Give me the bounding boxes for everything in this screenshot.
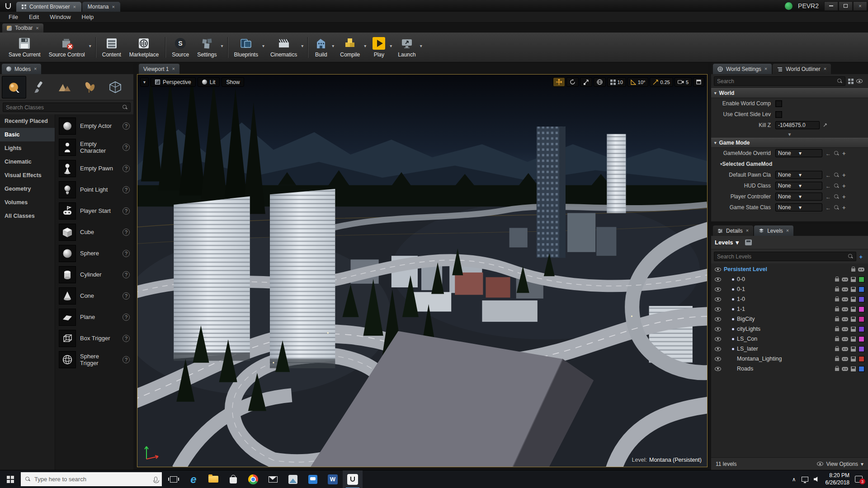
close-tab-icon[interactable]	[764, 66, 767, 71]
category-all-classes[interactable]: All Classes	[0, 209, 55, 223]
browse-icon[interactable]	[834, 205, 839, 210]
add-icon[interactable]	[842, 193, 846, 200]
list-item[interactable]: Cylinder	[55, 264, 133, 285]
geometry-mode-button[interactable]	[103, 76, 127, 99]
tab-viewport-1[interactable]: Viewport 1	[139, 64, 179, 74]
place-mode-button[interactable]	[2, 76, 26, 99]
menu-help[interactable]: Help	[77, 12, 99, 22]
tray-chevron-icon[interactable]: ∧	[792, 476, 796, 483]
file-explorer-button[interactable]	[203, 470, 223, 488]
view-options-button[interactable]: View Options	[817, 461, 863, 467]
lock-icon[interactable]	[835, 318, 839, 321]
scale-tool-button[interactable]	[580, 77, 592, 87]
world-settings-search-box[interactable]	[714, 76, 845, 86]
gamepad-icon[interactable]	[842, 297, 848, 301]
list-item[interactable]: Sphere	[55, 243, 133, 264]
list-item[interactable]: Sphere Trigger	[55, 349, 133, 370]
close-tab-icon[interactable]	[786, 228, 789, 233]
category-visual-effects[interactable]: Visual Effects	[0, 169, 55, 182]
lock-icon[interactable]	[851, 268, 855, 272]
level-row[interactable]: Roads	[711, 364, 868, 374]
lit-button[interactable]: Lit	[198, 77, 220, 87]
level-row[interactable]: LS_Con	[711, 334, 868, 344]
level-color-chip[interactable]	[859, 356, 864, 362]
save-level-icon[interactable]	[851, 366, 856, 371]
viewport-options-button[interactable]	[140, 77, 149, 87]
game-state-dropdown[interactable]: None	[775, 203, 822, 211]
save-level-icon[interactable]	[851, 277, 856, 282]
visibility-eye-icon[interactable]	[715, 277, 721, 282]
visibility-eye-icon[interactable]	[715, 337, 721, 341]
tab-details[interactable]: Details	[713, 225, 753, 236]
level-color-chip[interactable]	[859, 336, 864, 342]
translate-tool-button[interactable]	[553, 77, 565, 87]
default-pawn-dropdown[interactable]: None	[775, 171, 822, 179]
subsection-selected-gamemode[interactable]: Selected GameMod	[711, 159, 868, 169]
minimize-button[interactable]	[824, 1, 838, 11]
level-row[interactable]: 1-0	[711, 294, 868, 304]
tab-toolbar[interactable]: Toolbar	[2, 23, 43, 33]
source-button[interactable]: S Source	[168, 35, 193, 59]
add-icon[interactable]	[842, 204, 846, 211]
help-icon[interactable]	[123, 335, 130, 342]
visibility-eye-icon[interactable]	[715, 267, 721, 272]
chrome-button[interactable]	[243, 470, 263, 488]
source-control-button[interactable]: Source Control	[45, 35, 93, 59]
gamepad-icon[interactable]	[842, 277, 848, 282]
gamemode-override-dropdown[interactable]: None	[775, 149, 822, 157]
gamepad-icon[interactable]	[842, 337, 848, 341]
menu-file[interactable]: File	[4, 12, 23, 22]
gamepad-icon[interactable]	[842, 357, 848, 361]
visibility-eye-icon[interactable]	[715, 297, 721, 301]
level-row[interactable]: 0-1	[711, 284, 868, 294]
menu-window[interactable]: Window	[45, 12, 75, 22]
help-icon[interactable]	[123, 165, 130, 172]
save-level-icon[interactable]	[851, 357, 856, 361]
level-row[interactable]: cityLights	[711, 324, 868, 334]
launch-button[interactable]: Launch	[394, 35, 424, 59]
gamepad-icon[interactable]	[842, 367, 848, 371]
save-current-button[interactable]: Save Current	[5, 35, 45, 59]
tab-montana[interactable]: Montana	[82, 2, 120, 12]
help-icon[interactable]	[123, 314, 130, 321]
hud-class-dropdown[interactable]: None	[775, 182, 822, 190]
visibility-eye-icon[interactable]	[715, 317, 721, 321]
help-icon[interactable]	[123, 122, 130, 130]
category-cinematic[interactable]: Cinematic	[0, 155, 55, 169]
settings-button[interactable]: Settings	[193, 35, 225, 59]
messaging-button[interactable]	[303, 470, 323, 488]
list-item[interactable]: Point Light	[55, 179, 133, 200]
speaker-icon[interactable]	[814, 477, 820, 482]
enable-world-comp-checkbox[interactable]	[775, 100, 782, 107]
add-icon[interactable]	[842, 172, 846, 178]
lock-icon[interactable]	[835, 328, 839, 331]
category-basic[interactable]: Basic	[0, 128, 55, 141]
category-volumes[interactable]: Volumes	[0, 196, 55, 209]
add-icon[interactable]	[842, 150, 846, 157]
tab-world-settings[interactable]: World Settings	[713, 64, 772, 74]
help-icon[interactable]	[123, 356, 130, 363]
help-icon[interactable]	[123, 271, 130, 278]
level-row-persistent[interactable]: Persistent Level	[711, 264, 868, 274]
gamepad-icon[interactable]	[842, 347, 848, 351]
tab-levels[interactable]: Levels	[754, 225, 793, 236]
level-color-chip[interactable]	[859, 277, 864, 282]
landscape-mode-button[interactable]	[52, 76, 77, 99]
maximize-button[interactable]	[839, 1, 853, 11]
use-selected-icon[interactable]	[826, 172, 831, 178]
close-tab-icon[interactable]	[36, 26, 38, 31]
level-color-chip[interactable]	[859, 296, 864, 302]
expand-value-icon[interactable]	[823, 123, 827, 127]
blueprints-button[interactable]: Blueprints	[230, 35, 266, 59]
use-selected-icon[interactable]	[826, 204, 831, 211]
lock-icon[interactable]	[835, 278, 839, 282]
gamepad-icon[interactable]	[842, 307, 848, 311]
start-button[interactable]	[0, 470, 21, 488]
level-color-chip[interactable]	[859, 346, 864, 352]
visibility-eye-icon[interactable]	[715, 357, 721, 361]
help-icon[interactable]	[123, 229, 130, 236]
content-button[interactable]: Content	[98, 35, 125, 59]
save-level-icon[interactable]	[851, 307, 856, 312]
player-controller-dropdown[interactable]: None	[775, 192, 822, 201]
levels-search-input[interactable]	[717, 253, 848, 260]
